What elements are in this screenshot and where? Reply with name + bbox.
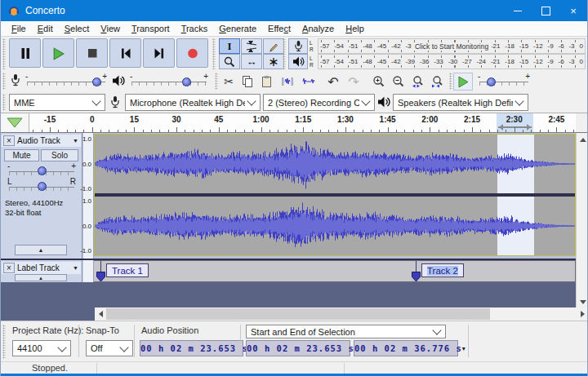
snap-to-combo[interactable]: Off bbox=[86, 340, 133, 356]
recording-volume-thumb[interactable] bbox=[92, 77, 101, 86]
maximize-button[interactable] bbox=[532, 0, 559, 21]
track-close-button[interactable]: × bbox=[3, 135, 15, 146]
menu-file[interactable]: File bbox=[6, 24, 32, 33]
recording-volume-slider[interactable]: - + bbox=[24, 74, 109, 91]
menu-view[interactable]: View bbox=[95, 24, 126, 33]
playback-device-combo[interactable]: Speakers (Realtek High Definiti bbox=[393, 94, 528, 111]
silence-audio-button[interactable] bbox=[300, 73, 318, 91]
recording-channels-combo[interactable]: 2 (Stereo) Recording Channels bbox=[263, 94, 375, 111]
skip-to-start-button[interactable] bbox=[109, 38, 141, 68]
gain-slider[interactable]: - + bbox=[6, 164, 78, 179]
multi-tool-button[interactable]: ∗ bbox=[263, 54, 284, 69]
track-title[interactable]: Label Track bbox=[15, 263, 73, 272]
gain-thumb[interactable] bbox=[38, 166, 47, 175]
close-button[interactable]: × bbox=[559, 0, 587, 21]
menu-edit[interactable]: Edit bbox=[32, 24, 59, 33]
monitoring-hint[interactable]: Click to Start Monitoring bbox=[412, 42, 492, 51]
envelope-tool-button[interactable] bbox=[241, 38, 262, 54]
project-rate-combo[interactable]: 44100 bbox=[12, 340, 71, 356]
copy-button[interactable] bbox=[238, 73, 256, 91]
selection-start-field[interactable]: 00 h 02 m 23.653 s ▾ bbox=[246, 340, 350, 356]
label-track-area[interactable]: Track 1Track 2 bbox=[94, 260, 576, 282]
recording-meter-scale-box[interactable]: -57-54-51-48-45-42-39-36-33-30-27-24-21-… bbox=[318, 38, 586, 54]
waveform-left-channel[interactable] bbox=[95, 135, 575, 193]
timeshift-tool-button[interactable]: ↔ bbox=[241, 54, 262, 69]
menu-help[interactable]: Help bbox=[340, 24, 370, 33]
audio-track-panel[interactable]: × Audio Track ▼ Mute Solo - + L R Stereo… bbox=[1, 133, 82, 259]
mixer-grip[interactable] bbox=[2, 73, 6, 90]
fit-project-button[interactable] bbox=[429, 73, 447, 91]
undo-button[interactable]: ↶ bbox=[324, 73, 342, 91]
playback-meter[interactable]: LR -57-54-51-48-45-42-39-36-33-30-27-24-… bbox=[288, 54, 586, 69]
playback-volume-thumb[interactable] bbox=[182, 77, 191, 86]
track-label[interactable]: Track 1 bbox=[106, 263, 149, 277]
menu-analyze[interactable]: Analyze bbox=[296, 24, 340, 33]
time-format-dropdown-icon[interactable]: ▾ bbox=[462, 345, 466, 352]
playback-meter-speaker-button[interactable] bbox=[288, 54, 308, 69]
play-speed-thumb[interactable] bbox=[487, 77, 496, 86]
tools-grip[interactable] bbox=[212, 38, 216, 69]
audio-host-combo[interactable]: MME bbox=[9, 94, 105, 111]
timeline-ruler[interactable]: -1501530451:001:151:301:452:002:152:302:… bbox=[1, 113, 576, 132]
fit-selection-button[interactable] bbox=[409, 73, 427, 91]
scroll-right-button[interactable] bbox=[576, 307, 588, 321]
scroll-down-button[interactable] bbox=[577, 295, 588, 308]
paste-button[interactable] bbox=[257, 73, 275, 91]
device-grip[interactable] bbox=[2, 94, 6, 111]
label-track-panel[interactable]: × Label Track ▼ ▲ bbox=[1, 260, 82, 282]
play-speed-grip[interactable] bbox=[449, 73, 452, 90]
vertical-scrollbar[interactable] bbox=[576, 133, 588, 308]
menu-effect[interactable]: Effect bbox=[262, 24, 296, 33]
cut-button[interactable]: ✂ bbox=[220, 73, 238, 91]
redo-button[interactable]: ↷ bbox=[345, 73, 363, 91]
audio-position-field[interactable]: 00 h 02 m 23.653 s ▾ bbox=[140, 340, 243, 356]
play-button[interactable] bbox=[42, 38, 74, 68]
horizontal-scroll-thumb[interactable] bbox=[106, 308, 490, 320]
track-collapse-button[interactable]: ▲ bbox=[15, 245, 67, 255]
meter-grip[interactable] bbox=[283, 38, 286, 69]
scroll-left-button[interactable] bbox=[95, 307, 106, 321]
menu-transport[interactable]: Transport bbox=[126, 24, 176, 33]
trim-audio-button[interactable] bbox=[278, 73, 296, 91]
recording-meter[interactable]: LR -57-54-51-48-45-42-39-36-33-30-27-24-… bbox=[288, 38, 586, 54]
solo-button[interactable]: Solo bbox=[41, 149, 78, 161]
minimize-button[interactable] bbox=[504, 0, 532, 21]
track-title[interactable]: Audio Track bbox=[15, 136, 73, 145]
zoom-tool-button[interactable] bbox=[219, 54, 240, 69]
skip-to-end-button[interactable] bbox=[143, 38, 175, 68]
selection-tool-button[interactable]: I bbox=[219, 38, 240, 54]
timeline[interactable]: -1501530451:001:151:301:452:002:152:302:… bbox=[1, 113, 587, 133]
play-at-speed-button[interactable] bbox=[453, 73, 473, 91]
pan-slider[interactable]: L R bbox=[6, 179, 78, 194]
waveform-right-channel[interactable] bbox=[95, 197, 575, 255]
track-menu-dropdown-icon[interactable]: ▼ bbox=[73, 265, 78, 271]
track-label[interactable]: Track 2 bbox=[421, 263, 464, 277]
track-close-button[interactable]: × bbox=[3, 263, 15, 273]
zoom-in-button[interactable] bbox=[370, 73, 388, 91]
zoom-out-button[interactable] bbox=[390, 73, 408, 91]
draw-tool-button[interactable] bbox=[263, 38, 284, 54]
selection-mode-combo[interactable]: Start and End of Selection bbox=[246, 325, 446, 338]
pan-thumb[interactable] bbox=[38, 182, 47, 191]
selection-end-field[interactable]: 00 h 02 m 36.776 s ▾ bbox=[354, 340, 458, 356]
recording-device-combo[interactable]: Microphone (Realtek High Defini bbox=[125, 94, 261, 111]
recording-meter-mic-button[interactable] bbox=[288, 38, 308, 54]
horizontal-scrollbar[interactable] bbox=[95, 307, 588, 321]
menu-generate[interactable]: Generate bbox=[213, 24, 262, 33]
track-collapse-button[interactable]: ▲ bbox=[15, 274, 67, 281]
mute-button[interactable]: Mute bbox=[4, 149, 39, 161]
menu-select[interactable]: Select bbox=[59, 24, 96, 33]
pause-button[interactable] bbox=[9, 38, 41, 68]
selection-toolbar-grip[interactable] bbox=[2, 325, 6, 359]
playback-volume-slider[interactable]: - + bbox=[128, 74, 210, 91]
playback-meter-scale-box[interactable]: -57-54-51-48-45-42-39-36-33-30-27-24-21-… bbox=[318, 54, 586, 69]
record-button[interactable] bbox=[176, 38, 208, 68]
edit-grip[interactable] bbox=[215, 73, 218, 90]
audio-clip[interactable] bbox=[94, 134, 576, 256]
scroll-up-button[interactable] bbox=[577, 133, 588, 146]
menu-tracks[interactable]: Tracks bbox=[176, 24, 214, 33]
transport-grip[interactable] bbox=[2, 38, 6, 69]
play-speed-slider[interactable]: - + bbox=[476, 74, 532, 91]
stop-button[interactable] bbox=[76, 38, 108, 68]
track-menu-dropdown-icon[interactable]: ▼ bbox=[73, 138, 78, 144]
